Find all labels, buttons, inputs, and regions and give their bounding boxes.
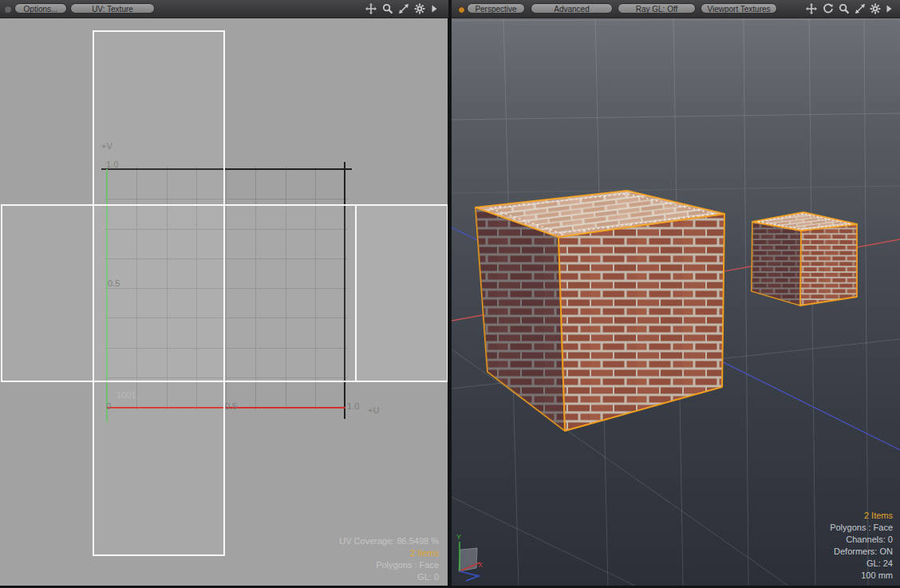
ray-gl-button[interactable]: Ray GL: Off (618, 3, 696, 14)
zoom-icon[interactable] (839, 3, 850, 14)
gl-item-count: 2 Items (830, 510, 893, 522)
perspective-viewport-panel: Y X Perspective Advanced Ray GL: Off Vie… (452, 0, 900, 588)
application-window: +V 1.0 0.5 0 0.5 1.0 +U 1001 Options... … (0, 0, 900, 588)
pan-icon[interactable] (365, 3, 377, 14)
gl-grid-size-readout: 100 mm (830, 570, 893, 582)
gl-state-indicator-icon[interactable] (458, 6, 465, 14)
brick-cube-small[interactable] (752, 212, 857, 306)
uv-selection-mode: Polygons : Face (339, 559, 439, 571)
origin-label: 0 (106, 401, 111, 411)
gl-gl-readout: GL: 24 (830, 558, 893, 570)
gl-selection-mode: Polygons : Face (830, 522, 893, 534)
pan-icon[interactable] (806, 3, 817, 14)
maximize-icon[interactable] (398, 3, 409, 14)
v-max-label: 1.0 (106, 160, 118, 169)
uv-item-count: 2 Items (339, 547, 439, 559)
uv-editor-panel: +V 1.0 0.5 0 0.5 1.0 +U 1001 Options... … (0, 0, 448, 588)
v-mid-label: 0.5 (108, 278, 120, 288)
viewport-toolbar: Perspective Advanced Ray GL: Off Viewpor… (452, 0, 900, 18)
shading-mode-button[interactable]: Advanced (531, 3, 613, 14)
u-axis-label: +U (368, 405, 379, 415)
uv-status-block: UV Coverage: 86.5498 % 2 Items Polygons … (339, 535, 439, 583)
gizmo-x-label: X (478, 561, 483, 569)
gizmo-y-label: Y (456, 533, 461, 541)
uv-coverage-readout: UV Coverage: 86.5498 % (339, 535, 439, 547)
v-axis-label: +V (101, 141, 112, 151)
view-type-button[interactable]: Perspective (467, 3, 525, 14)
gl-deformers-readout: Deformers: ON (830, 546, 893, 558)
viewport-status-block: 2 Items Polygons : Face Channels: 0 Defo… (830, 510, 893, 582)
more-icon[interactable] (428, 3, 440, 14)
settings-icon[interactable] (414, 3, 425, 14)
uv-gl-readout: GL: 0 (339, 571, 439, 583)
gl-channels-readout: Channels: 0 (830, 534, 893, 546)
uv-toolbar: Options... UV: Texture (0, 0, 448, 18)
u-max-label: 1.0 (347, 401, 359, 411)
maximize-icon[interactable] (855, 3, 866, 14)
orbit-icon[interactable] (823, 3, 834, 14)
settings-icon[interactable] (870, 3, 881, 14)
u-mid-label: 0.5 (225, 401, 237, 411)
udim-tile-label: 1001 (116, 390, 136, 400)
thumb-wheel-icon[interactable] (4, 6, 12, 14)
uv-texture-mode-button[interactable]: UV: Texture (70, 3, 155, 14)
viewport-textures-button[interactable]: Viewport Textures (701, 3, 777, 14)
viewport-3d-canvas[interactable]: Y X (452, 0, 900, 588)
uv-editor-canvas[interactable]: +V 1.0 0.5 0 0.5 1.0 +U 1001 (0, 0, 448, 588)
zoom-icon[interactable] (382, 3, 393, 14)
more-icon[interactable] (883, 3, 894, 14)
options-button[interactable]: Options... (14, 3, 67, 14)
